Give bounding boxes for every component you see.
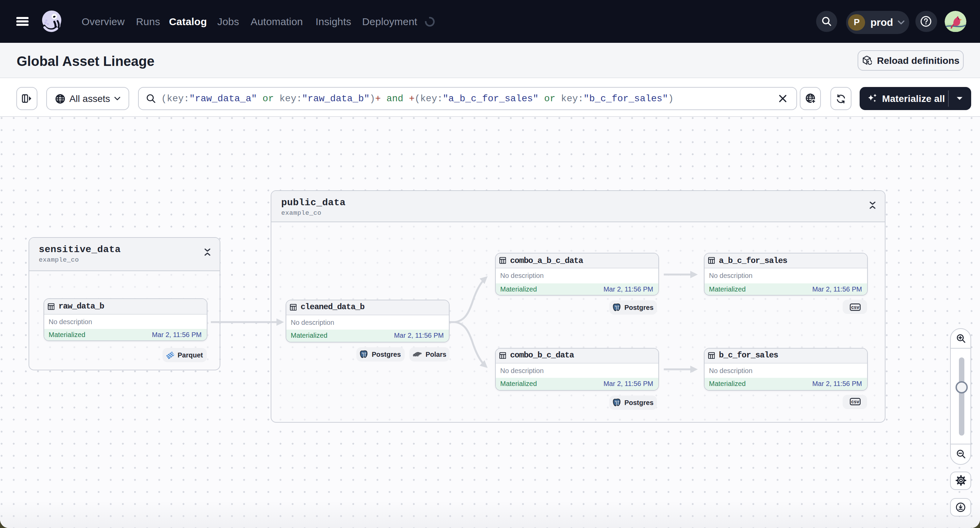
svg-text:csv: csv (851, 304, 859, 309)
svg-text:csv: csv (851, 399, 859, 404)
